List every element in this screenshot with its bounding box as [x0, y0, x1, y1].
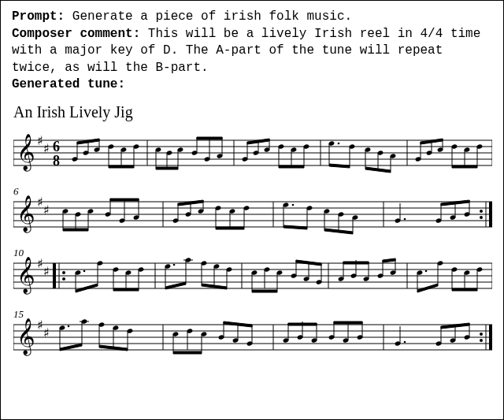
sharp-icon: ♯	[43, 142, 50, 155]
comment-label: Composer comment:	[12, 27, 140, 41]
note-group	[395, 200, 470, 224]
note-group	[338, 258, 396, 282]
staff-svg: 𝄞 ♯ ♯	[13, 191, 492, 238]
note-group	[395, 323, 470, 347]
generated-label: Generated tune:	[12, 77, 125, 91]
treble-clef-icon: 𝄞	[17, 318, 35, 356]
svg-marker-125	[284, 225, 307, 229]
treble-clef-icon: 𝄞	[17, 257, 35, 295]
tune-title: An Irish Lively Jig	[13, 102, 492, 123]
svg-marker-24	[109, 165, 134, 168]
svg-point-91	[480, 210, 483, 213]
note-group	[59, 318, 133, 351]
time-sig-top: 6	[53, 139, 60, 154]
staff-line-1: 𝄞 ♯ ♯ 6 8	[13, 129, 491, 177]
svg-point-240	[68, 325, 70, 328]
svg-marker-279	[334, 322, 362, 324]
treble-clef-icon: 𝄞	[17, 134, 35, 172]
svg-marker-79	[452, 165, 477, 168]
staff-svg: 𝄞 ♯ ♯ 6 8	[13, 129, 492, 177]
sharp-icon: ♯	[43, 203, 50, 217]
svg-marker-272	[288, 323, 317, 325]
prompt-text: Generate a piece of irish folk music.	[65, 9, 352, 24]
bar-number: 6	[13, 184, 19, 199]
note-group	[283, 202, 358, 234]
sharp-icon: ♯	[43, 265, 50, 278]
svg-point-153	[62, 277, 65, 281]
svg-point-214	[425, 270, 428, 273]
staff-svg: 𝄞 ♯ ♯	[13, 314, 492, 361]
staff-svg: 𝄞 ♯ ♯	[13, 252, 492, 299]
note-group	[165, 257, 232, 289]
svg-point-136	[404, 218, 406, 221]
svg-point-58	[338, 143, 340, 145]
header-block: Prompt: Generate a piece of irish folk m…	[12, 9, 492, 94]
svg-point-236	[480, 333, 483, 336]
bar-number: 10	[13, 246, 24, 260]
staff-line-3: 10 𝄞 ♯ ♯	[13, 252, 491, 299]
svg-point-92	[480, 216, 483, 219]
note-group	[417, 260, 483, 292]
svg-marker-52	[279, 165, 304, 168]
sharp-icon: ♯	[37, 195, 43, 209]
svg-marker-38	[197, 137, 222, 139]
svg-marker-192	[252, 290, 277, 292]
music-score: 𝄞 ♯ ♯ 6 8	[12, 129, 492, 361]
staff-line-4: 15 𝄞 ♯ ♯	[13, 314, 491, 361]
prompt-label: Prompt:	[12, 9, 65, 24]
note-group	[328, 140, 396, 173]
note-group	[75, 260, 144, 292]
svg-marker-120	[216, 227, 244, 229]
svg-marker-99	[63, 229, 88, 231]
treble-clef-icon: 𝄞	[17, 195, 35, 233]
svg-marker-171	[113, 288, 139, 291]
sharp-icon: ♯	[37, 318, 43, 332]
svg-marker-106	[110, 199, 139, 201]
svg-marker-31	[156, 167, 178, 169]
svg-marker-57	[329, 164, 350, 168]
svg-marker-258	[173, 351, 202, 354]
svg-point-161	[83, 270, 86, 273]
staff-line-2: 6 𝄞 ♯ ♯	[13, 191, 491, 238]
sharp-icon: ♯	[37, 257, 43, 270]
svg-point-174	[173, 264, 176, 266]
sharp-icon: ♯	[37, 134, 43, 147]
bar-number: 15	[13, 307, 24, 322]
sharp-icon: ♯	[43, 326, 50, 340]
svg-point-282	[404, 341, 406, 344]
svg-point-237	[480, 339, 483, 342]
svg-point-126	[292, 204, 295, 206]
svg-marker-224	[452, 288, 477, 291]
svg-point-152	[62, 271, 65, 274]
time-sig-bot: 8	[53, 153, 60, 169]
svg-marker-211	[383, 258, 395, 262]
svg-marker-206	[343, 262, 369, 264]
